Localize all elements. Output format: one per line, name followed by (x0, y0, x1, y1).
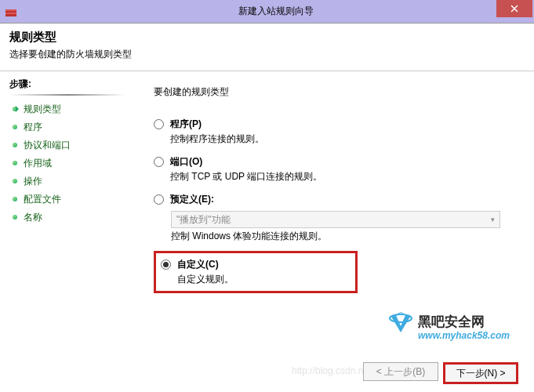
watermark-url: www.myhack58.com (418, 330, 510, 341)
predefined-select[interactable]: "播放到"功能 ▾ (171, 211, 500, 228)
step-bullet-icon (11, 177, 22, 187)
watermark-brand: 黑吧安全网 (417, 314, 485, 329)
step-bullet-icon (11, 195, 22, 205)
wizard-buttons: < 上一步(B) 下一步(N) > (363, 362, 518, 384)
svg-rect-1 (5, 9, 16, 11)
steps-sidebar: 步骤: 规则类型 程序 协议和端口 作用域 操作 (0, 71, 135, 392)
radio-option-custom[interactable]: 自定义(C) 自定义规则。 (161, 258, 351, 286)
radio-desc: 自定义规则。 (177, 273, 351, 286)
chevron-down-icon: ▾ (491, 216, 495, 223)
step-profile[interactable]: 配置文件 (9, 191, 125, 209)
step-rule-type[interactable]: 规则类型 (9, 100, 125, 118)
separator (9, 94, 125, 96)
watermark: 黑吧安全网 www.myhack58.com (385, 310, 526, 353)
window-title: 新建入站规则向导 (17, 5, 534, 18)
steps-heading: 步骤: (9, 78, 125, 91)
step-label: 协议和端口 (24, 139, 71, 152)
radio-desc: 控制程序连接的规则。 (170, 132, 515, 146)
radio-label: 自定义(C) (177, 258, 351, 271)
step-label: 作用域 (24, 157, 52, 170)
question-label: 要创建的规则类型 (154, 85, 515, 99)
logo-icon (390, 312, 412, 332)
step-name[interactable]: 名称 (9, 209, 125, 227)
radio-option-predefined[interactable]: 预定义(E): (154, 193, 515, 206)
step-label: 配置文件 (24, 193, 61, 206)
radio-option-port[interactable]: 端口(O) 控制 TCP 或 UDP 端口连接的规则。 (154, 155, 515, 183)
radio-option-program[interactable]: 程序(P) 控制程序连接的规则。 (154, 118, 515, 146)
step-action[interactable]: 操作 (9, 172, 125, 191)
wizard-header: 规则类型 选择要创建的防火墙规则类型 (0, 24, 534, 71)
select-value: "播放到"功能 (176, 213, 231, 227)
next-button[interactable]: 下一步(N) > (443, 362, 518, 384)
step-label: 程序 (24, 121, 42, 134)
radio-icon[interactable] (154, 194, 164, 205)
page-subtitle: 选择要创建的防火墙规则类型 (9, 48, 525, 61)
radio-desc: 控制 TCP 或 UDP 端口连接的规则。 (170, 170, 515, 183)
step-program[interactable]: 程序 (9, 118, 125, 136)
step-bullet-icon (11, 141, 22, 151)
radio-label: 程序(P) (170, 118, 515, 131)
radio-icon[interactable] (161, 260, 171, 270)
radio-label: 预定义(E): (170, 193, 515, 206)
main-content: 要创建的规则类型 程序(P) 控制程序连接的规则。 端口(O) 控制 TCP 或… (135, 71, 534, 392)
step-protocol-port[interactable]: 协议和端口 (9, 136, 125, 154)
radio-label: 端口(O) (170, 155, 515, 169)
step-scope[interactable]: 作用域 (9, 154, 125, 172)
radio-desc: 控制 Windows 体验功能连接的规则。 (171, 230, 515, 243)
svg-rect-2 (5, 13, 16, 14)
highlight-custom: 自定义(C) 自定义规则。 (154, 251, 358, 293)
close-button[interactable] (496, 0, 532, 17)
firewall-icon (5, 5, 17, 18)
titlebar: 新建入站规则向导 (0, 0, 534, 24)
step-label: 规则类型 (24, 103, 61, 116)
step-label: 名称 (24, 211, 42, 224)
step-bullet-icon (11, 159, 22, 169)
page-title: 规则类型 (9, 30, 525, 45)
back-button: < 上一步(B) (363, 362, 438, 381)
step-bullet-icon (11, 213, 22, 223)
step-bullet-icon (11, 105, 22, 114)
step-bullet-icon (11, 123, 22, 132)
radio-icon[interactable] (154, 119, 164, 129)
step-label: 操作 (24, 175, 42, 188)
radio-icon[interactable] (154, 157, 164, 167)
